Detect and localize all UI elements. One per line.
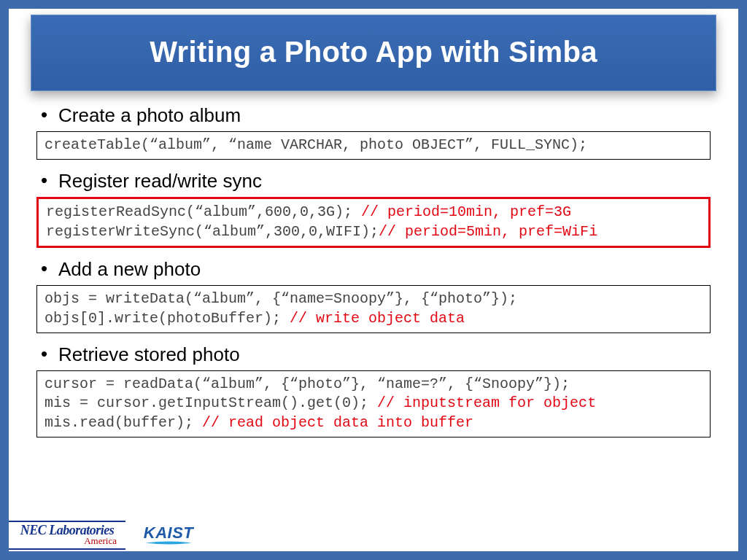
code-comment: // period=10min, pref=3G bbox=[361, 203, 571, 220]
code-comment: // inputstream for object bbox=[377, 394, 596, 411]
slide-body: Create a photo album createTable(“album”… bbox=[9, 104, 738, 438]
code-write-data: objs = writeData(“album”, {“name=Snoopy”… bbox=[36, 285, 711, 333]
code-line: objs[0].write(photoBuffer); // write obj… bbox=[44, 309, 703, 328]
code-comment: // period=5min, pref=WiFi bbox=[379, 223, 597, 240]
kaist-logo: KAIST bbox=[136, 522, 201, 548]
code-line: cursor = readData(“album”, {“photo”}, “n… bbox=[44, 375, 703, 394]
footer: NEC Laboratories America KAIST bbox=[9, 519, 201, 551]
code-text: objs[0].write(photoBuffer); bbox=[44, 310, 290, 327]
slide-title: Writing a Photo App with Simba bbox=[39, 36, 708, 69]
bullet-add-photo: Add a new photo bbox=[38, 258, 711, 281]
code-line: registerWriteSync(“album”,300,0,WIFI);//… bbox=[46, 222, 701, 241]
code-create-table: createTable(“album”, “name VARCHAR, phot… bbox=[36, 131, 711, 160]
code-comment: // write object data bbox=[290, 310, 465, 327]
title-bar: Writing a Photo App with Simba bbox=[31, 15, 716, 91]
nec-logo-bottom: America bbox=[84, 537, 117, 545]
code-line: mis.read(buffer); // read object data in… bbox=[44, 413, 703, 432]
code-line: objs = writeData(“album”, {“name=Snoopy”… bbox=[44, 289, 703, 308]
kaist-logo-text: KAIST bbox=[144, 526, 194, 540]
bullet-create-album: Create a photo album bbox=[38, 104, 711, 127]
page-number: 9 bbox=[720, 529, 728, 545]
code-comment: // read object data into buffer bbox=[202, 414, 473, 431]
code-register-sync: registerReadSync(“album”,600,0,3G); // p… bbox=[36, 197, 711, 248]
code-text: mis.read(buffer); bbox=[44, 414, 202, 431]
slide: Writing a Photo App with Simba Create a … bbox=[0, 0, 747, 560]
code-read-data: cursor = readData(“album”, {“photo”}, “n… bbox=[36, 370, 711, 438]
swoosh-icon bbox=[141, 541, 196, 545]
code-line: createTable(“album”, “name VARCHAR, phot… bbox=[44, 136, 703, 155]
nec-logo: NEC Laboratories America bbox=[9, 521, 125, 550]
code-text: registerWriteSync(“album”,300,0,WIFI); bbox=[46, 223, 379, 240]
code-text: mis = cursor.getInputStream().get(0); bbox=[44, 394, 377, 411]
bullet-retrieve-photo: Retrieve stored photo bbox=[38, 343, 711, 366]
bullet-register-sync: Register read/write sync bbox=[38, 170, 711, 192]
code-line: registerReadSync(“album”,600,0,3G); // p… bbox=[46, 203, 701, 222]
code-line: mis = cursor.getInputStream().get(0); //… bbox=[44, 394, 703, 413]
code-text: registerReadSync(“album”,600,0,3G); bbox=[46, 203, 361, 220]
